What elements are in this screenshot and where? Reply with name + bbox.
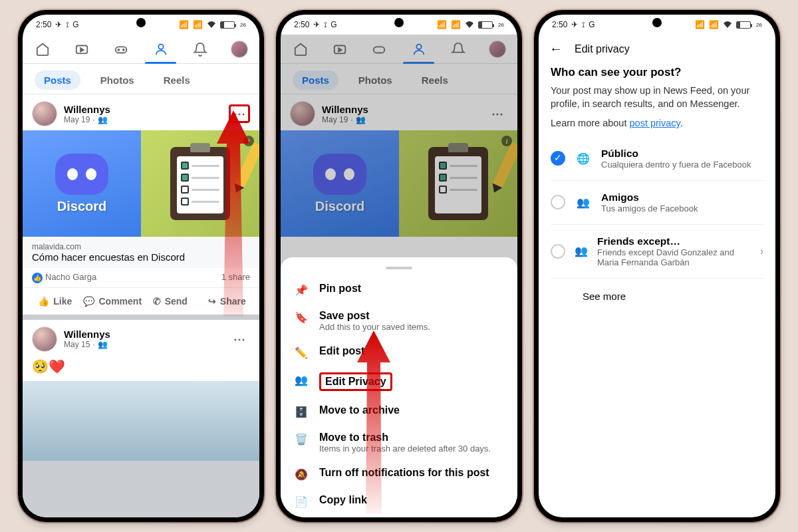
screen-3: 2:50 ✈ ⟟ G 📶 📶 26 ← Edit privacy Who can… <box>539 15 775 517</box>
battery-percent: 26 <box>240 22 246 28</box>
privacy-option-friends-except[interactable]: 👥 Friends except… Friends except David G… <box>551 225 763 279</box>
post-author[interactable]: Willennys <box>64 104 110 115</box>
nav-notifications[interactable] <box>180 35 219 63</box>
back-arrow-icon[interactable]: ← <box>549 41 563 57</box>
nav-home[interactable] <box>23 35 62 63</box>
signal-icon-2: 📶 <box>193 20 203 29</box>
location-icon: ⟟ <box>582 20 585 29</box>
radio-unchecked[interactable] <box>551 195 565 209</box>
friends-icon: 👥 <box>98 340 108 349</box>
privacy-option-public[interactable]: 🌐 Público Cualquiera dentro y fuera de F… <box>551 137 763 181</box>
tab-reels[interactable]: Reels <box>154 70 200 94</box>
post-header: Willennys May 19 · 👥 ⋯ <box>23 94 259 130</box>
post-1: Willennys May 19 · 👥 ⋯ Discord <box>23 94 259 315</box>
post-actions: 👍Like 💬Comment ✆Send ↪Share <box>23 288 259 315</box>
wifi-icon <box>465 21 474 29</box>
signal-icon: 📶 <box>437 20 447 29</box>
nav-profile[interactable] <box>141 35 180 63</box>
sheet-handle[interactable] <box>386 267 412 269</box>
profile-tabs: Posts Photos Reels <box>23 64 259 94</box>
nav-gaming[interactable] <box>102 35 141 63</box>
nav-watch[interactable] <box>62 35 101 63</box>
like-count-icon: 👍 <box>32 273 43 283</box>
svg-point-4 <box>158 44 163 49</box>
discord-logo-icon <box>55 154 108 195</box>
friends-icon: 👥 <box>575 196 592 209</box>
post-more-button[interactable]: ⋯ <box>229 104 250 123</box>
option-edit-post[interactable]: ✏️ Edit post <box>281 338 517 366</box>
option-archive[interactable]: 🗄️ Move to archive <box>281 398 517 425</box>
post-privacy-link[interactable]: post privacy <box>630 118 680 128</box>
wifi-icon <box>723 21 732 29</box>
svg-point-2 <box>118 49 120 51</box>
option-trash[interactable]: 🗑️ Move to trashItems in your trash are … <box>281 425 517 460</box>
pencil-icon: ✏️ <box>294 345 309 359</box>
option-notifications-off[interactable]: 🔕 Turn off notifications for this post <box>281 460 517 487</box>
share-icon: ↪ <box>208 296 216 307</box>
friends-icon: 👥 <box>98 115 108 124</box>
google-icon: G <box>72 20 78 29</box>
telegram-icon: ✈ <box>571 20 578 29</box>
signal-icon: 📶 <box>179 20 189 29</box>
tab-photos[interactable]: Photos <box>91 70 144 94</box>
post-reactions[interactable]: 👍Nacho Garga 1 share <box>23 268 259 288</box>
tab-posts[interactable]: Posts <box>35 70 80 90</box>
option-save[interactable]: 🔖 Save postAdd this to your saved items. <box>281 303 517 338</box>
info-icon[interactable]: i <box>243 136 254 146</box>
telegram-icon: ✈ <box>313 20 320 29</box>
battery-icon <box>220 21 235 29</box>
clipboard-illustration <box>170 147 230 220</box>
archive-icon: 🗄️ <box>294 404 309 418</box>
privacy-option-friends[interactable]: 👥 Amigos Tus amigos de Facebook <box>551 181 763 225</box>
comment-button[interactable]: 💬Comment <box>83 291 142 312</box>
like-button[interactable]: 👍Like <box>27 291 83 312</box>
see-more-button[interactable]: See more <box>551 279 763 314</box>
svg-rect-1 <box>116 47 127 53</box>
avatar-icon <box>231 41 248 58</box>
link-source: malavida.com <box>32 242 250 251</box>
link-preview[interactable]: malavida.com Cómo hacer encuestas en Dis… <box>23 237 259 268</box>
google-icon: G <box>589 20 595 29</box>
send-button[interactable]: ✆Send <box>142 291 198 312</box>
wifi-icon <box>207 21 216 29</box>
option-pin[interactable]: 📌 Pin post <box>281 276 517 303</box>
radio-unchecked[interactable] <box>551 244 565 259</box>
signal-icon: 📶 <box>695 20 705 29</box>
option-edit-privacy[interactable]: 👥 Edit Privacy <box>281 366 517 398</box>
phone-2: 2:50 ✈ ⟟ G 📶 📶 26 <box>276 10 522 522</box>
copy-icon: 📄 <box>294 494 309 508</box>
avatar[interactable] <box>32 101 57 126</box>
discord-text: Discord <box>57 199 106 214</box>
share-button[interactable]: ↪Share <box>199 291 255 312</box>
post-meta: May 19 · 👥 <box>64 115 110 124</box>
google-icon: G <box>331 20 336 29</box>
friends-except-icon: 👥 <box>575 245 588 257</box>
trash-icon: 🗑️ <box>294 432 309 446</box>
post-more-button[interactable]: ⋯ <box>229 330 250 348</box>
status-time: 2:50 <box>36 20 51 29</box>
location-icon: ⟟ <box>324 20 327 29</box>
screen-1: 2:50 ✈ ⟟ G 📶 📶 26 <box>23 15 259 517</box>
camera-cutout <box>394 18 404 27</box>
chevron-right-icon: › <box>760 245 763 257</box>
privacy-title: Who can see your post? <box>551 66 763 79</box>
post-image[interactable]: Discord i <box>23 130 259 237</box>
pin-icon: 📌 <box>294 283 309 297</box>
svg-point-3 <box>123 49 124 51</box>
post-author[interactable]: Willennys <box>64 329 110 340</box>
screen-2: 2:50 ✈ ⟟ G 📶 📶 26 <box>281 15 517 517</box>
thumb-icon: 👍 <box>38 296 49 307</box>
signal-icon-2: 📶 <box>451 20 461 29</box>
post-photo[interactable] <box>23 381 259 461</box>
camera-cutout <box>652 18 662 27</box>
privacy-learn-more: Learn more about post privacy. <box>551 117 763 130</box>
phone-3: 2:50 ✈ ⟟ G 📶 📶 26 ← Edit privacy Who can… <box>534 10 780 522</box>
header-title: Edit privacy <box>575 43 630 55</box>
globe-icon: 🌐 <box>575 152 592 165</box>
post-text: 🥺❤️ <box>23 356 259 381</box>
telegram-icon: ✈ <box>55 20 62 29</box>
nav-menu[interactable] <box>220 35 259 63</box>
option-copy-link[interactable]: 📄 Copy link <box>281 487 517 515</box>
radio-checked[interactable] <box>551 151 565 166</box>
avatar[interactable] <box>32 327 57 352</box>
